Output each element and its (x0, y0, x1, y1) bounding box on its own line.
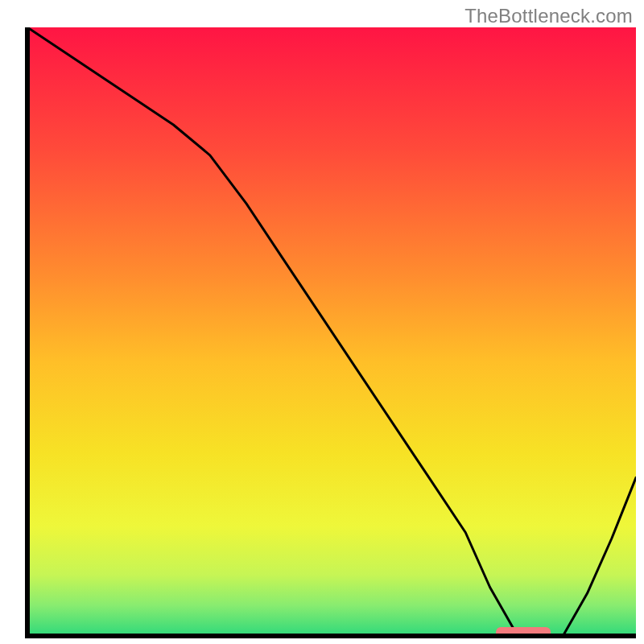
chart-container: TheBottleneck.com (0, 0, 644, 644)
watermark-text: TheBottleneck.com (464, 5, 633, 27)
chart-svg (0, 0, 644, 644)
